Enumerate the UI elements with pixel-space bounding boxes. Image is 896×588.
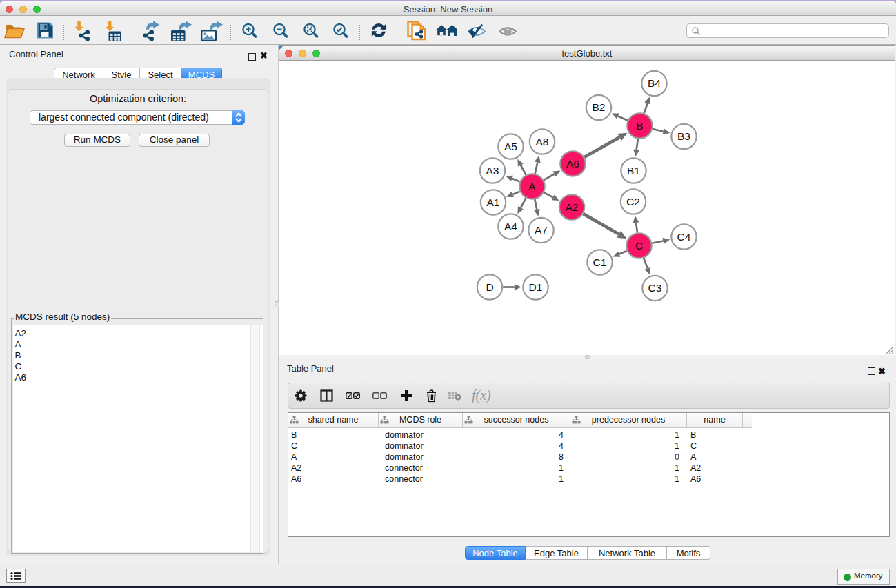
svg-text:A7: A7 — [535, 224, 548, 236]
svg-text:D1: D1 — [529, 281, 543, 293]
svg-text:C1: C1 — [593, 256, 607, 268]
svg-text:C: C — [635, 240, 643, 252]
svg-text:A4: A4 — [504, 221, 517, 232]
svg-text:A8: A8 — [536, 136, 549, 148]
svg-text:C3: C3 — [648, 282, 662, 294]
svg-text:B: B — [636, 120, 643, 132]
svg-text:A3: A3 — [486, 165, 499, 176]
svg-text:A6: A6 — [566, 158, 579, 170]
svg-text:A1: A1 — [487, 196, 500, 208]
svg-text:C2: C2 — [626, 196, 640, 207]
svg-text:B2: B2 — [593, 101, 606, 113]
svg-text:B1: B1 — [627, 165, 640, 176]
svg-text:B3: B3 — [677, 130, 690, 142]
svg-text:A5: A5 — [504, 141, 517, 152]
svg-text:B4: B4 — [648, 77, 661, 89]
svg-text:A: A — [528, 181, 536, 192]
svg-text:D: D — [486, 281, 493, 293]
svg-text:A2: A2 — [566, 201, 579, 213]
svg-text:C4: C4 — [677, 231, 691, 243]
